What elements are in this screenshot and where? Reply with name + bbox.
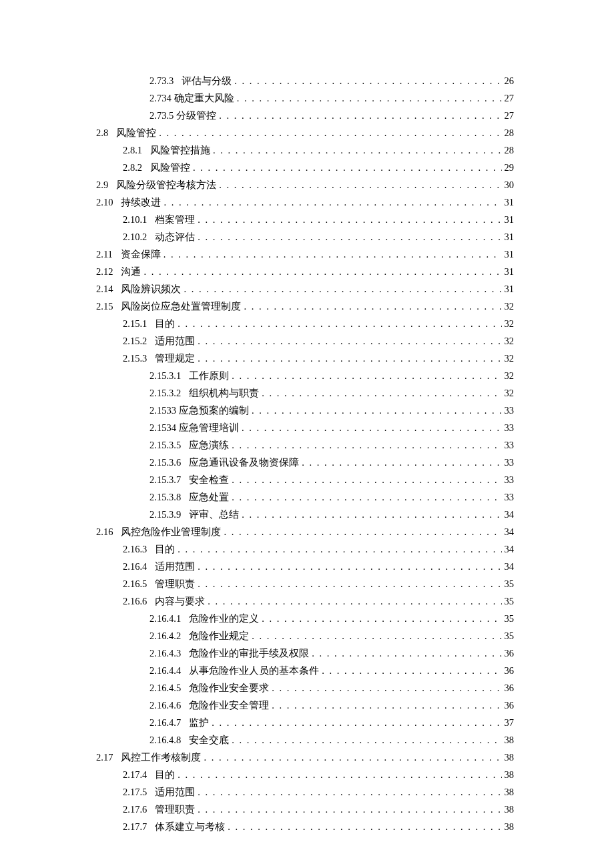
table-of-contents: 2.73.3评估与分级262.734确定重大风险272.73.5分级管控272.… [96,72,514,835]
toc-title: 确定重大风险 [174,89,234,107]
toc-page-number: 38 [505,801,515,818]
toc-page-number: 33 [505,419,515,436]
toc-number: 2.15.3.7 [149,471,181,488]
toc-page-number: 32 [505,384,515,402]
toc-entry: 2.10持续改进31 [96,193,514,211]
toc-page-number: 33 [505,436,515,454]
toc-number: 2.15.3.9 [149,506,181,523]
toc-number: 2.17.4 [123,766,147,783]
toc-entry: 2.15.3.5应急演练33 [96,436,514,454]
toc-page-number: 34 [505,540,515,558]
toc-leader-dots [252,627,501,644]
toc-title: 风险岗位应急处置管理制度 [121,298,241,315]
toc-number: 2.73.5 [149,107,174,124]
toc-title: 分级管控 [176,107,216,124]
toc-page-number: 31 [505,228,515,246]
toc-entry: 2.16.5管理职责35 [96,575,514,592]
toc-leader-dots [159,124,501,141]
toc-page-number: 27 [505,107,515,124]
toc-leader-dots [219,176,501,193]
toc-leader-dots [232,436,501,454]
toc-entry: 2.17.4目的38 [96,766,514,783]
toc-number: 2.16.4.7 [149,714,181,731]
toc-number: 2.8 [96,124,108,141]
toc-title: 资金保障 [121,246,161,263]
toc-leader-dots [164,246,502,263]
toc-entry: 2.16风控危险作业管理制度34 [96,523,514,540]
toc-leader-dots [198,332,501,350]
toc-leader-dots [232,731,501,749]
toc-number: 2.73.3 [149,72,174,89]
toc-leader-dots [228,818,501,835]
toc-number: 2.16.4.6 [149,697,181,714]
toc-title: 危险作业安全管理 [189,697,269,714]
toc-page-number: 34 [505,523,515,540]
toc-leader-dots [262,610,501,627]
toc-title: 危险作业规定 [189,627,249,644]
toc-leader-dots [312,644,501,662]
toc-entry: 2.10.1档案管理31 [96,211,514,228]
toc-title: 从事危险作业人员的基本条件 [189,662,319,679]
toc-number: 2.15.2 [123,332,147,350]
toc-page-number: 35 [505,610,515,627]
toc-leader-dots [164,193,501,211]
toc-number: 2.17.6 [123,801,147,818]
toc-leader-dots [198,228,501,246]
toc-leader-dots [204,749,501,766]
toc-page-number: 38 [505,731,515,749]
toc-title: 目的 [155,766,175,783]
toc-title: 安全交底 [189,731,229,749]
toc-leader-dots [242,506,501,523]
toc-title: 管理规定 [155,350,195,367]
toc-number: 2.15.3.1 [149,367,181,384]
toc-page-number: 36 [505,679,515,697]
toc-page-number: 30 [505,176,515,193]
toc-number: 2.16.3 [123,540,147,558]
toc-number: 2.15 [96,298,113,315]
toc-page-number: 36 [505,697,515,714]
toc-page-number: 28 [505,124,515,141]
toc-number: 2.15.1 [123,315,147,332]
toc-entry: 2.17.6管理职责38 [96,801,514,818]
toc-number: 2.734 [149,89,172,107]
toc-entry: 2.16.4.8安全交底38 [96,731,514,749]
toc-number: 2.1534 [149,419,176,436]
toc-entry: 2.16.4.4从事危险作业人员的基本条件36 [96,662,514,679]
toc-leader-dots [272,697,501,714]
toc-number: 2.16.4.5 [149,679,181,697]
toc-page-number: 31 [505,193,515,211]
toc-leader-dots [242,419,502,436]
toc-entry: 2.15.3.8应急处置33 [96,488,514,506]
toc-title: 动态评估 [155,228,195,246]
toc-title: 管理职责 [155,575,195,592]
toc-entry: 2.16.4.6危险作业安全管理36 [96,697,514,714]
toc-number: 2.16.5 [123,575,147,592]
toc-leader-dots [219,107,501,124]
toc-entry: 2.12沟通31 [96,263,514,280]
toc-number: 2.16.6 [123,592,147,610]
toc-title: 风险辨识频次 [121,280,181,298]
toc-page-number: 36 [505,662,515,679]
toc-entry: 2.15.3.2组织机构与职责32 [96,384,514,402]
toc-entry: 2.16.4.7监护37 [96,714,514,731]
toc-page-number: 38 [505,783,515,801]
toc-leader-dots [198,801,501,818]
toc-number: 2.16.4.8 [149,731,181,749]
toc-leader-dots [213,141,502,159]
toc-title: 目的 [155,540,175,558]
toc-entry: 2.15.3.7安全检查33 [96,471,514,488]
toc-page-number: 31 [505,246,515,263]
toc-entry: 2.17.5适用范围38 [96,783,514,801]
toc-number: 2.15.3.5 [149,436,181,454]
toc-leader-dots [322,662,501,679]
toc-leader-dots [198,575,501,592]
toc-entry: 2.15.1目的32 [96,315,514,332]
toc-number: 2.17 [96,749,113,766]
toc-leader-dots [302,454,501,471]
toc-page-number: 32 [505,332,515,350]
toc-entry: 2.17.7体系建立与考核38 [96,818,514,835]
toc-number: 2.10 [96,193,113,211]
toc-number: 2.16.4.4 [149,662,181,679]
toc-page-number: 32 [505,298,515,315]
toc-leader-dots [224,523,501,540]
